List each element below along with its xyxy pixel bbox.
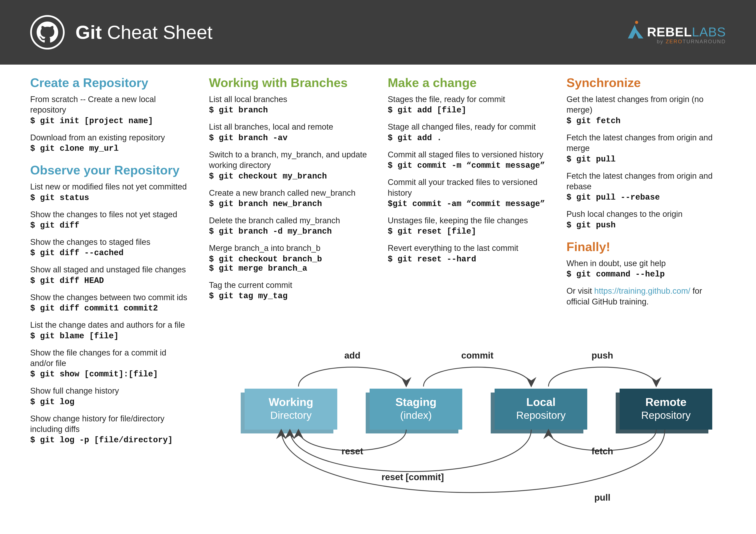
command-description: List new or modified files not yet commi…: [30, 182, 190, 192]
command-code: $ git log: [30, 397, 190, 407]
command-code: $ git blame [file]: [30, 331, 190, 341]
command-item: Show change history for file/directory i…: [30, 414, 190, 445]
command-code: $ git reset --hard: [388, 255, 547, 264]
command-item: Commit all your tracked files to version…: [388, 177, 547, 208]
command-item: Download from an existing repository$ gi…: [30, 132, 190, 153]
section-synchronize: Synchronize: [567, 75, 726, 90]
arrow-reset: reset: [341, 446, 363, 456]
svg-text:(index): (index): [400, 410, 432, 421]
svg-rect-10: [495, 389, 587, 430]
command-code: $ git checkout branch_b $ git merge bran…: [209, 255, 368, 273]
command-item: List all local branches$ git branch: [209, 94, 368, 115]
command-description: Stages the file, ready for commit: [388, 94, 547, 105]
command-description: List all branches, local and remote: [209, 122, 368, 132]
command-item: Fetch the latest changes from origin and…: [567, 132, 726, 164]
arrow-fetch: fetch: [592, 446, 613, 456]
section-create-repo: Create a Repository: [30, 75, 190, 90]
command-item: Push local changes to the origin$ git pu…: [567, 209, 726, 230]
command-description: From scratch -- Create a new local repos…: [30, 94, 190, 115]
command-item: Get the latest changes from origin (no m…: [567, 94, 726, 126]
arrow-reset-commit: reset [commit]: [381, 472, 444, 482]
finally-desc: When in doubt, use git help: [567, 258, 726, 269]
command-code: $git commit -am “commit message”: [388, 199, 547, 208]
command-code: $ git reset [file]: [388, 227, 547, 236]
command-code: $ git branch: [209, 106, 368, 115]
svg-point-0: [635, 21, 638, 24]
command-code: $ git init [project name]: [30, 116, 190, 126]
arrow-commit: commit: [461, 350, 493, 361]
page-header: Git Cheat Sheet REBELLABS by ZEROTURNARO…: [0, 0, 756, 64]
logo-mark-icon: [625, 20, 644, 39]
command-item: Create a new branch called new_branch$ g…: [209, 188, 368, 208]
command-item: List all branches, local and remote$ git…: [209, 122, 368, 142]
command-item: Merge branch_a into branch_b$ git checko…: [209, 243, 368, 273]
command-item: Stage all changed files, ready for commi…: [388, 122, 547, 142]
svg-text:Remote: Remote: [645, 396, 687, 408]
command-item: Revert everything to the last commit$ gi…: [388, 243, 547, 264]
command-code: $ git fetch: [567, 116, 726, 126]
command-item: List new or modified files not yet commi…: [30, 182, 190, 202]
command-description: Create a new branch called new_branch: [209, 188, 368, 198]
svg-text:Staging: Staging: [395, 396, 437, 408]
finally-cmd: $ git command --help: [567, 269, 726, 279]
section-branches: Working with Branches: [209, 75, 368, 90]
command-code: $ git status: [30, 193, 190, 202]
command-code: $ git tag my_tag: [209, 291, 368, 301]
command-code: $ git add .: [388, 133, 547, 142]
command-item: From scratch -- Create a new local repos…: [30, 94, 190, 126]
section-observe-repo: Observe your Repository: [30, 163, 190, 177]
arrow-push: push: [592, 350, 613, 361]
diagram-box-working: WorkingDirectory: [241, 389, 337, 433]
command-description: Commit all staged files to versioned his…: [388, 149, 547, 160]
command-description: Show full change history: [30, 386, 190, 396]
section-finally: Finally!: [567, 240, 726, 254]
command-description: Show all staged and unstaged file change…: [30, 265, 190, 275]
command-code: $ git diff --cached: [30, 248, 190, 258]
command-description: Fetch the latest changes from origin and…: [567, 132, 726, 154]
command-code: $ git diff HEAD: [30, 276, 190, 285]
command-item: Show all staged and unstaged file change…: [30, 265, 190, 285]
command-description: Download from an existing repository: [30, 132, 190, 143]
git-flow-diagram: add commit push WorkingDirectoryStaging(…: [219, 348, 725, 520]
command-item: Show the changes between two commit ids$…: [30, 292, 190, 313]
command-code: $ git commit -m “commit message”: [388, 161, 547, 170]
command-description: Show the changes to staged files: [30, 237, 190, 247]
command-description: Commit all your tracked files to version…: [388, 177, 547, 198]
command-item: Show full change history$ git log: [30, 386, 190, 406]
training-link[interactable]: https://training.github.com/: [594, 286, 690, 295]
logo-subtitle: by ZEROTURNAROUND: [625, 38, 726, 44]
command-description: Merge branch_a into branch_b: [209, 243, 368, 253]
command-code: $ git branch new_branch: [209, 199, 368, 208]
command-description: Show the changes between two commit ids: [30, 292, 190, 303]
command-description: Get the latest changes from origin (no m…: [567, 94, 726, 115]
command-item: Show the changes to staged files$ git di…: [30, 237, 190, 258]
finally-footer: Or visit https://training.github.com/ fo…: [567, 286, 726, 307]
command-code: $ git branch -av: [209, 133, 368, 142]
command-code: $ git branch -d my_branch: [209, 227, 368, 236]
command-item: Fetch the latest changes from origin and…: [567, 171, 726, 202]
section-make-change: Make a change: [388, 75, 547, 90]
svg-text:Repository: Repository: [641, 410, 690, 421]
command-item: Commit all staged files to versioned his…: [388, 149, 547, 170]
command-description: Delete the branch called my_branch: [209, 215, 368, 226]
command-code: $ git show [commit]:[file]: [30, 369, 190, 379]
svg-text:Local: Local: [526, 396, 555, 408]
command-code: $ git diff commit1 commit2: [30, 304, 190, 313]
diagram-box-staging: Staging(index): [366, 389, 462, 433]
diagram-box-local: LocalRepository: [491, 389, 587, 433]
command-item: Show the changes to files not yet staged…: [30, 209, 190, 230]
command-item: Stages the file, ready for commit$ git a…: [388, 94, 547, 115]
command-code: $ git checkout my_branch: [209, 172, 368, 181]
command-description: Stage all changed files, ready for commi…: [388, 122, 547, 132]
command-code: $ git clone my_url: [30, 144, 190, 153]
arrow-add: add: [344, 350, 361, 361]
command-item: Unstages file, keeping the file changes$…: [388, 215, 547, 236]
page-title: Git Cheat Sheet: [75, 21, 212, 43]
header-left: Git Cheat Sheet: [30, 15, 212, 50]
command-description: Unstages file, keeping the file changes: [388, 215, 547, 226]
command-item: Delete the branch called my_branch$ git …: [209, 215, 368, 236]
command-description: List the change dates and authors for a …: [30, 320, 190, 330]
command-code: $ git push: [567, 220, 726, 230]
column-1: Create a Repository From scratch -- Crea…: [30, 75, 190, 451]
github-icon: [30, 15, 65, 50]
